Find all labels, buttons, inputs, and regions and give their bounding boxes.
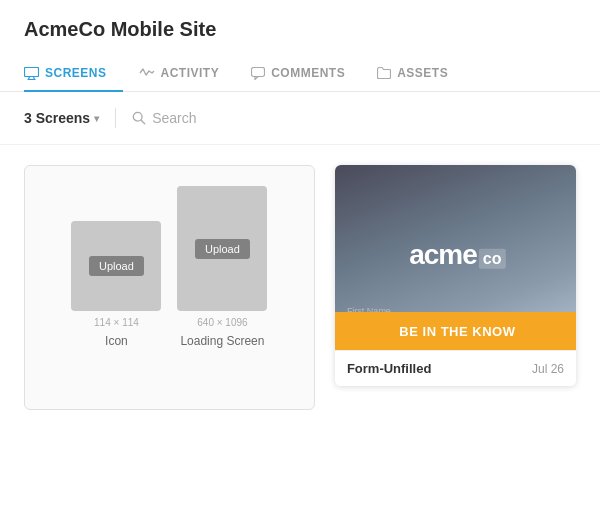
screen-count[interactable]: 3 Screens ▾ — [24, 110, 99, 126]
screen-name: Form-Unfilled — [347, 361, 432, 376]
acmeco-logo: acme co — [409, 238, 505, 270]
monitor-icon — [24, 67, 39, 80]
icon-upload-button[interactable]: Upload — [89, 256, 144, 276]
folder-icon — [377, 67, 391, 79]
svg-rect-0 — [25, 67, 39, 76]
cta-text: BE IN THE KNOW — [399, 324, 515, 339]
loading-screen-label: Loading Screen — [180, 334, 264, 348]
svg-line-6 — [141, 120, 145, 124]
tab-screens[interactable]: SCREENS — [24, 56, 123, 92]
loading-screen-block: Upload 640 × 1096 Loading Screen — [177, 186, 267, 348]
icon-screen-label: Icon — [105, 334, 128, 348]
multi-screen-card: Upload 114 × 114 Icon Upload 640 × 1096 … — [24, 165, 315, 410]
screen-preview-image: acme co First Name BE IN THE KNOW — [335, 165, 576, 350]
search-label: Search — [152, 110, 196, 126]
comment-icon — [251, 67, 265, 80]
tab-assets[interactable]: ASSETS — [361, 56, 464, 92]
loading-thumb: Upload — [177, 186, 267, 311]
form-unfilled-card[interactable]: acme co First Name BE IN THE KNOW Form-U… — [335, 165, 576, 386]
tab-activity[interactable]: ACTIVITY — [123, 56, 236, 92]
tab-screens-label: SCREENS — [45, 66, 107, 80]
search-icon — [132, 111, 146, 125]
chevron-down-icon: ▾ — [94, 113, 99, 124]
tab-comments-label: COMMENTS — [271, 66, 345, 80]
screen-footer: Form-Unfilled Jul 26 — [335, 350, 576, 386]
toolbar: 3 Screens ▾ Search — [0, 92, 600, 145]
icon-screen-block: Upload 114 × 114 Icon — [71, 221, 161, 348]
screens-grid: Upload 114 × 114 Icon Upload 640 × 1096 … — [0, 145, 600, 430]
screen-date: Jul 26 — [532, 362, 564, 376]
tab-comments[interactable]: COMMENTS — [235, 56, 361, 92]
activity-icon — [139, 67, 155, 79]
header: AcmeCo Mobile Site SCREENS ACTIVITY — [0, 0, 600, 92]
acmeco-text: acme — [409, 238, 477, 270]
multi-inner: Upload 114 × 114 Icon Upload 640 × 1096 … — [71, 186, 267, 348]
icon-dims: 114 × 114 — [94, 317, 139, 328]
loading-upload-button[interactable]: Upload — [195, 239, 250, 259]
loading-dims: 640 × 1096 — [197, 317, 247, 328]
tab-assets-label: ASSETS — [397, 66, 448, 80]
screen-count-label: 3 Screens — [24, 110, 90, 126]
search-box[interactable]: Search — [132, 110, 196, 126]
tab-activity-label: ACTIVITY — [161, 66, 220, 80]
svg-rect-4 — [252, 67, 265, 76]
cta-banner: BE IN THE KNOW — [335, 312, 576, 350]
icon-thumb: Upload — [71, 221, 161, 311]
nav-tabs: SCREENS ACTIVITY COMMENTS — [24, 55, 576, 91]
acmeco-super: co — [479, 248, 506, 268]
project-title: AcmeCo Mobile Site — [24, 18, 576, 41]
toolbar-divider — [115, 108, 116, 128]
